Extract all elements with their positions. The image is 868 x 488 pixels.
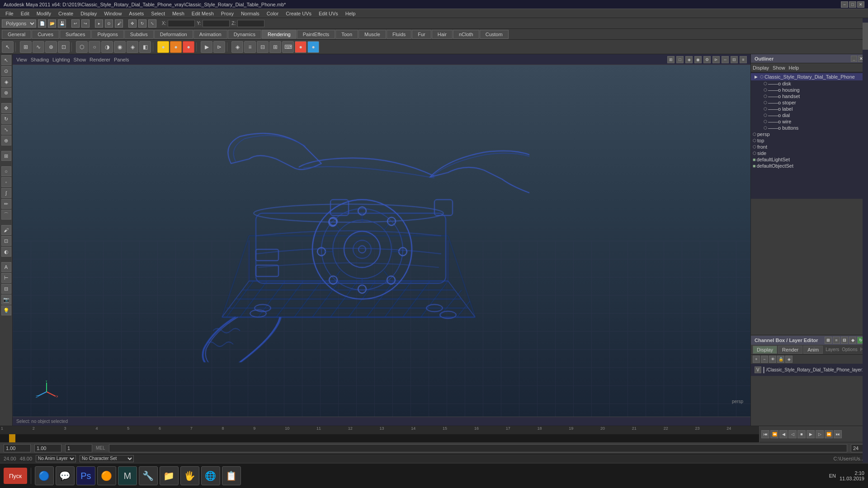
timeline-start-icon[interactable]: ⏮ [761, 430, 769, 438]
outliner-item-root[interactable]: ▶ ⬡ Classic_Style_Rotary_Dial_Table_Phon… [751, 73, 868, 80]
minimize-button[interactable]: – [841, 1, 848, 8]
scale-tool-icon[interactable]: ⤡ [1, 125, 11, 135]
red-render-icon[interactable]: ● [295, 41, 307, 53]
menu-display[interactable]: Display [77, 10, 100, 17]
render-icon[interactable]: ▶ [201, 41, 212, 53]
arc-icon[interactable]: ⌒ [1, 210, 11, 220]
viewport-icon8[interactable]: ⊟ [731, 56, 738, 63]
hypershade-icon[interactable]: ◈ [231, 41, 243, 53]
redo-icon[interactable]: ↪ [81, 19, 90, 28]
lasso-icon[interactable]: ⊙ [105, 19, 113, 28]
viewport-icon5[interactable]: ⚙ [703, 56, 711, 63]
viewport-icon1[interactable]: ⊞ [667, 56, 675, 63]
textured-icon[interactable]: ◉ [114, 41, 126, 53]
mel-input[interactable] [109, 444, 847, 452]
select-tool-icon[interactable]: ↖ [2, 41, 14, 53]
start-button[interactable]: Пуск [4, 468, 27, 484]
component-icon[interactable]: ◈ [1, 77, 11, 87]
taskbar-app-skype[interactable]: 🔵 [35, 466, 54, 485]
viewport-panels-menu[interactable]: Panels [114, 57, 129, 62]
outliner-help-menu[interactable]: Help [789, 65, 799, 70]
lasso-mode-icon[interactable]: ⊙ [1, 66, 11, 76]
outliner-item-disk[interactable]: ⬡ ——o disk [751, 80, 868, 87]
tab-muscle[interactable]: Muscle [359, 30, 386, 39]
taskbar-app-photoshop[interactable]: Ps [76, 466, 95, 485]
viewport-canvas[interactable]: X Y Z persp [13, 65, 750, 417]
shaded-icon[interactable]: ◑ [101, 41, 113, 53]
cb-tab-render[interactable]: Render [778, 346, 802, 354]
taskbar-app-misc[interactable]: 📋 [222, 466, 241, 485]
tab-subdivs[interactable]: Subdivs [124, 30, 154, 39]
viewport-lighting-menu[interactable]: Lighting [52, 57, 70, 62]
taskbar-app-chrome[interactable]: 🌐 [201, 466, 220, 485]
taskbar-app-wacom[interactable]: 🖐 [180, 466, 199, 485]
menu-color[interactable]: Color [263, 10, 282, 17]
snap-grid-icon[interactable]: ⊞ [20, 41, 32, 53]
annotation-icon[interactable]: A [1, 262, 11, 272]
outliner-item-defaultobjectset[interactable]: ■ defaultObjectSet [751, 163, 868, 169]
timeline-play-back-icon[interactable]: ◁ [788, 430, 797, 438]
taskbar-app-maya[interactable]: M [118, 466, 137, 485]
tab-painteffects[interactable]: PaintEffects [297, 30, 335, 39]
cb-icon3[interactable]: ⊟ [841, 337, 848, 344]
tab-surfaces[interactable]: Surfaces [60, 30, 91, 39]
tab-fluids[interactable]: Fluids [387, 30, 411, 39]
soft-select-icon[interactable]: ⊗ [1, 88, 11, 98]
menu-create[interactable]: Create [55, 10, 77, 17]
layer-item[interactable]: V /Classic_Style_Rotary_Dial_Table_Phone… [753, 366, 866, 374]
viewport-icon9[interactable]: ≡ [740, 56, 747, 63]
visibility-icon[interactable]: 👁 [769, 356, 776, 363]
menu-edituvs[interactable]: Edit UVs [315, 10, 342, 17]
measure-icon[interactable]: ⊢ [1, 273, 11, 283]
outliner-item-stoper[interactable]: ⬡ ——o stoper [751, 99, 868, 106]
menu-editmesh[interactable]: Edit Mesh [188, 10, 217, 17]
frame-field[interactable]: 1 [65, 444, 92, 452]
cb-icon2[interactable]: ≡ [833, 337, 840, 344]
tab-general[interactable]: General [2, 30, 31, 39]
scale-icon[interactable]: ⤡ [148, 19, 156, 28]
anim-layer-select[interactable]: No Anim Layer [36, 455, 76, 462]
close-button[interactable]: ✕ [857, 1, 864, 8]
outliner-item-front[interactable]: ⬡ front [751, 144, 868, 150]
orange-sphere-icon[interactable]: ● [170, 41, 182, 53]
script-editor-icon[interactable]: ⌨ [282, 41, 294, 53]
outliner-display-menu[interactable]: Display [753, 65, 769, 70]
viewport-icon3[interactable]: ◈ [685, 56, 693, 63]
x-input[interactable] [168, 20, 195, 27]
timeline-end-icon[interactable]: ⏭ [834, 430, 842, 438]
red-sphere-icon[interactable]: ● [183, 41, 194, 53]
snap-point-icon[interactable]: ⊕ [45, 41, 57, 53]
timeline-next-frame-icon[interactable]: ▷ [816, 430, 824, 438]
menu-window[interactable]: Window [100, 10, 125, 17]
cb-icon1[interactable]: ⊞ [825, 337, 832, 344]
viewport-show-menu[interactable]: Show [74, 57, 86, 62]
viewport-icon2[interactable]: □ [676, 56, 684, 63]
artisan-icon[interactable]: ⊡ [1, 236, 11, 246]
cb-tab-anim[interactable]: Anim [803, 346, 823, 354]
new-scene-icon[interactable]: 📄 [38, 19, 46, 28]
save-icon[interactable]: 💾 [58, 19, 66, 28]
pencil-icon[interactable]: ✏ [1, 199, 11, 209]
camera-icon[interactable]: 📷 [1, 295, 11, 305]
blue-tool-icon[interactable]: ● [307, 41, 319, 53]
outliner-item-wire[interactable]: ⬡ ——o wire [751, 118, 868, 125]
select-mode-icon[interactable]: ↖ [1, 55, 11, 65]
layers-menu[interactable]: Layers [826, 347, 839, 352]
cb-icon4[interactable]: ◈ [849, 337, 856, 344]
outliner-item-top[interactable]: ⬡ top [751, 137, 868, 144]
tab-rendering[interactable]: Rendering [262, 30, 297, 39]
viewport-view-menu[interactable]: View [16, 57, 27, 62]
smooth-icon[interactable]: ○ [89, 41, 100, 53]
cb-tab-display[interactable]: Display [753, 346, 777, 354]
tab-fur[interactable]: Fur [412, 30, 431, 39]
taskbar-app-explorer[interactable]: 📁 [160, 466, 179, 485]
shadow-icon[interactable]: ◧ [139, 41, 151, 53]
tab-custom[interactable]: Custom [480, 30, 509, 39]
lights-icon[interactable]: ◈ [127, 41, 138, 53]
menu-edit[interactable]: Edit [17, 10, 33, 17]
tab-toon[interactable]: Toon [335, 30, 358, 39]
grid-icon[interactable]: ⊟ [1, 284, 11, 294]
time-field-end[interactable]: 1.00 [34, 444, 61, 452]
time-field-start[interactable]: 1.00 [4, 444, 31, 452]
taskbar-app-tool[interactable]: 🔧 [139, 466, 158, 485]
